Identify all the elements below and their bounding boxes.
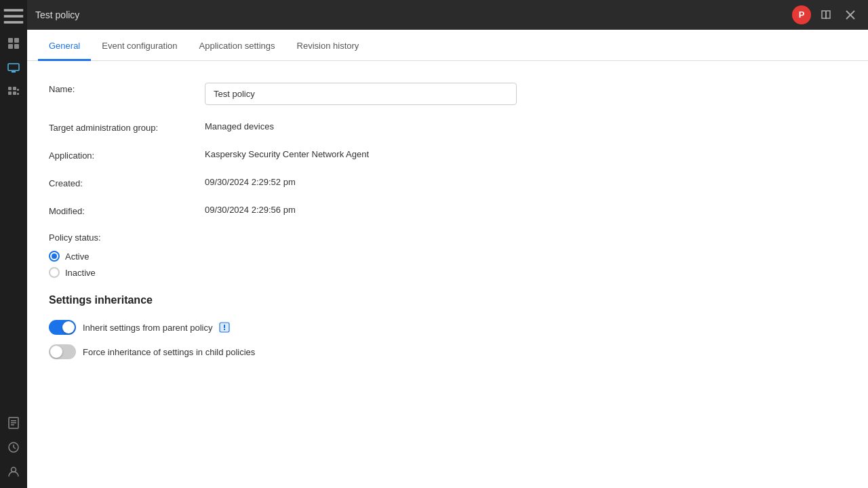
force-toggle-knob [50,346,62,358]
sidebar-item-tasks[interactable] [3,436,24,458]
book-button[interactable] [816,5,835,24]
svg-rect-3 [8,38,13,43]
inheritance-section: Settings inheritance Inherit settings fr… [49,294,846,359]
name-label: Name: [49,83,205,94]
inherit-info-icon[interactable] [219,322,230,333]
svg-rect-12 [13,92,16,95]
application-row: Application: Kaspersky Security Center N… [49,149,846,161]
tab-application-settings[interactable]: Application settings [189,30,286,61]
radio-active-btn[interactable] [49,251,60,262]
inherit-label: Inherit settings from parent policy [83,323,212,333]
svg-rect-0 [4,9,23,12]
radio-active[interactable]: Active [49,251,846,262]
sidebar [0,0,27,488]
tab-revision-history[interactable]: Revision history [286,30,370,61]
inherit-toggle-row: Inherit settings from parent policy [49,320,846,335]
svg-rect-1 [4,15,23,18]
modified-label: Modified: [49,205,205,216]
svg-rect-10 [8,92,12,95]
force-toggle[interactable] [49,344,76,359]
inherit-toggle-knob [62,321,75,333]
main-area: Test policy P General Event configuratio… [27,0,868,488]
hamburger-menu[interactable] [3,5,24,27]
force-toggle-row: Force inheritance of settings in child p… [49,344,846,359]
target-admin-value: Managed devices [205,121,274,131]
application-label: Application: [49,149,205,161]
created-value: 09/30/2024 2:29:52 pm [205,177,296,187]
svg-rect-13 [17,89,19,91]
radio-active-label: Active [65,251,89,262]
sidebar-item-groups[interactable] [3,81,24,103]
sidebar-item-dashboard[interactable] [3,33,24,54]
svg-rect-18 [11,424,14,426]
close-button[interactable] [841,5,860,24]
title-actions: P [792,5,860,24]
svg-rect-11 [13,87,16,90]
window-title: Test policy [35,9,792,20]
svg-rect-14 [17,93,19,95]
radio-inactive-label: Inactive [65,268,96,278]
target-admin-label: Target administration group: [49,121,205,133]
force-label: Force inheritance of settings in child p… [83,347,255,357]
svg-rect-7 [8,64,19,70]
name-input[interactable] [205,83,517,105]
sidebar-item-users[interactable] [3,461,24,483]
inherit-toggle[interactable] [49,320,76,335]
svg-rect-2 [4,21,23,24]
content-panel: General Event configuration Application … [27,30,868,488]
created-row: Created: 09/30/2024 2:29:52 pm [49,177,846,188]
svg-rect-6 [14,44,19,49]
svg-rect-16 [11,420,16,422]
svg-rect-17 [11,422,16,424]
tab-event-configuration[interactable]: Event configuration [91,30,188,61]
tab-general[interactable]: General [38,30,91,61]
title-bar: Test policy P [27,0,868,30]
policy-status-section: Policy status: Active Inactive [49,232,846,278]
kaspersky-button[interactable]: P [792,5,811,24]
svg-rect-27 [224,325,225,328]
tabs: General Event configuration Application … [27,30,868,61]
policy-status-label: Policy status: [49,232,846,243]
svg-rect-4 [14,38,19,43]
sidebar-item-reports[interactable] [3,412,24,434]
inheritance-title: Settings inheritance [49,294,846,306]
radio-inactive[interactable]: Inactive [49,267,846,278]
form-content: Name: Target administration group: Manag… [27,61,868,488]
svg-rect-5 [8,44,13,49]
modified-row: Modified: 09/30/2024 2:29:56 pm [49,205,846,216]
application-value: Kaspersky Security Center Network Agent [205,149,369,159]
svg-line-21 [14,447,16,449]
created-label: Created: [49,177,205,188]
name-row: Name: [49,83,846,105]
svg-rect-9 [8,87,12,90]
sidebar-item-devices[interactable] [3,57,24,79]
svg-rect-28 [224,329,225,330]
target-admin-row: Target administration group: Managed dev… [49,121,846,133]
svg-rect-8 [12,71,16,73]
radio-inactive-btn[interactable] [49,267,60,278]
modified-value: 09/30/2024 2:29:56 pm [205,205,296,215]
